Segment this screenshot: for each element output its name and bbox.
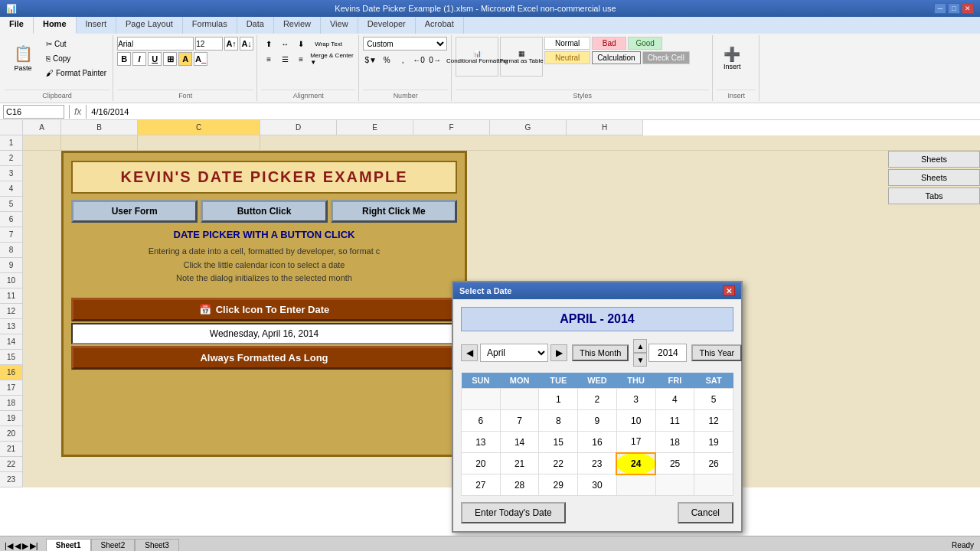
bold-button[interactable]: B	[117, 52, 131, 66]
calendar-day-cell[interactable]: 15	[539, 432, 578, 453]
col-header-g[interactable]: G	[490, 120, 567, 135]
currency-button[interactable]: $▼	[363, 53, 378, 67]
calendar-day-cell[interactable]: 12	[694, 410, 733, 432]
sheets-button-1[interactable]: Sheets	[888, 151, 980, 168]
merge-cells-button[interactable]: Merge & Center ▼	[309, 52, 355, 66]
number-format-select[interactable]: Custom General Number Currency Date	[363, 37, 447, 51]
year-up-button[interactable]: ▲	[633, 339, 647, 353]
calendar-day-cell[interactable]: 14	[500, 432, 539, 453]
insert-button[interactable]: ➕ Insert	[717, 37, 747, 80]
calendar-day-cell[interactable]: 9	[578, 410, 617, 432]
tab-review[interactable]: Review	[274, 17, 321, 34]
calendar-day-cell[interactable]: 4	[655, 389, 694, 410]
calendar-day-cell[interactable]: 29	[539, 474, 578, 496]
cancel-button[interactable]: Cancel	[678, 502, 733, 523]
calendar-day-cell[interactable]: 6	[462, 410, 501, 432]
tab-view[interactable]: View	[321, 17, 358, 34]
calendar-day-cell[interactable]: 30	[578, 474, 617, 496]
calendar-day-cell[interactable]: 19	[694, 432, 733, 453]
tabs-button[interactable]: Tabs	[888, 187, 980, 204]
calendar-day-cell[interactable]: 23	[578, 453, 617, 474]
calendar-day-cell[interactable]: 22	[539, 453, 578, 474]
row-15[interactable]: 15	[0, 350, 23, 365]
sheet-nav-first[interactable]: |◀	[5, 541, 13, 551]
fill-color-button[interactable]: A	[178, 52, 192, 66]
row-11[interactable]: 11	[0, 289, 23, 304]
close-button[interactable]: ✕	[962, 3, 974, 14]
name-box[interactable]	[3, 105, 64, 119]
calendar-day-cell[interactable]: 17	[616, 432, 655, 453]
row-19[interactable]: 19	[0, 411, 23, 426]
date-input-field[interactable]: Wednesday, April 16, 2014	[71, 323, 457, 344]
align-right-button[interactable]: ≡	[293, 52, 309, 66]
calendar-day-cell[interactable]: 10	[616, 410, 655, 432]
next-month-button[interactable]: ▶	[550, 344, 567, 361]
italic-button[interactable]: I	[132, 52, 146, 66]
row-22[interactable]: 22	[0, 457, 23, 472]
calendar-day-cell[interactable]: 5	[694, 389, 733, 410]
border-button[interactable]: ⊞	[163, 52, 177, 66]
row-4[interactable]: 4	[0, 181, 23, 197]
align-bottom-button[interactable]: ⬇	[293, 37, 309, 51]
tab-acrobat[interactable]: Acrobat	[416, 17, 464, 34]
calendar-day-cell[interactable]: 21	[500, 453, 539, 474]
tab-data[interactable]: Data	[237, 17, 274, 34]
calendar-day-cell[interactable]: 16	[578, 432, 617, 453]
this-year-button[interactable]: This Year	[691, 344, 742, 361]
sheet-tab-sheet1[interactable]: Sheet1	[46, 539, 91, 551]
format-painter-button[interactable]: 🖌 Format Painter	[43, 66, 109, 80]
increase-decimal-button[interactable]: 0→	[427, 53, 443, 67]
sheet-nav-next[interactable]: ▶	[22, 541, 28, 551]
paste-button[interactable]: 📋 Paste	[5, 37, 41, 80]
style-good-button[interactable]: Good	[628, 37, 662, 50]
calendar-day-cell[interactable]: 7	[500, 410, 539, 432]
row-6[interactable]: 6	[0, 212, 23, 227]
this-month-button[interactable]: This Month	[572, 344, 629, 361]
style-check-cell-button[interactable]: Check Cell	[642, 51, 690, 64]
row-16[interactable]: 16	[0, 365, 23, 380]
row-23[interactable]: 23	[0, 472, 23, 487]
row-3[interactable]: 3	[0, 166, 23, 181]
tab-home[interactable]: Home	[34, 17, 77, 34]
font-name-input[interactable]	[117, 37, 194, 51]
always-formatted-label[interactable]: Always Formatted As Long	[71, 346, 457, 370]
tab-formulas[interactable]: Formulas	[183, 17, 237, 34]
tab-insert[interactable]: Insert	[77, 17, 117, 34]
row-7[interactable]: 7	[0, 227, 23, 243]
sheet-nav-last[interactable]: ▶|	[30, 541, 38, 551]
button-click-button[interactable]: Button Click	[201, 200, 327, 223]
row-20[interactable]: 20	[0, 426, 23, 442]
calendar-day-cell[interactable]: 24	[616, 453, 655, 474]
underline-button[interactable]: U	[148, 52, 162, 66]
row-14[interactable]: 14	[0, 334, 23, 350]
align-middle-button[interactable]: ↔	[277, 37, 292, 51]
maximize-button[interactable]: □	[948, 3, 960, 14]
row-1[interactable]: 1	[0, 135, 23, 151]
decrease-decimal-button[interactable]: ←0	[411, 53, 426, 67]
row-17[interactable]: 17	[0, 380, 23, 396]
tab-page-layout[interactable]: Page Layout	[116, 17, 183, 34]
row-5[interactable]: 5	[0, 197, 23, 212]
col-header-d[interactable]: D	[260, 120, 337, 135]
col-header-a[interactable]: A	[23, 120, 61, 135]
conditional-formatting-button[interactable]: 📊 Conditional Formatting	[456, 37, 498, 77]
align-top-button[interactable]: ⬆	[261, 37, 276, 51]
tab-developer[interactable]: Developer	[358, 17, 416, 34]
year-down-button[interactable]: ▼	[633, 353, 647, 367]
row-13[interactable]: 13	[0, 319, 23, 334]
col-header-e[interactable]: E	[337, 120, 413, 135]
row-18[interactable]: 18	[0, 396, 23, 411]
font-size-input[interactable]	[195, 37, 223, 51]
calendar-day-cell[interactable]: 26	[694, 453, 733, 474]
align-left-button[interactable]: ≡	[261, 52, 276, 66]
click-icon-button[interactable]: 📅 Click Icon To Enter Date	[71, 298, 457, 321]
calendar-day-cell[interactable]: 2	[578, 389, 617, 410]
col-header-f[interactable]: F	[413, 120, 490, 135]
decrease-font-button[interactable]: A↓	[240, 37, 253, 51]
row-12[interactable]: 12	[0, 304, 23, 319]
row-21[interactable]: 21	[0, 442, 23, 457]
font-color-button[interactable]: A_	[194, 52, 207, 66]
format-as-table-button[interactable]: ▦ Format as Table	[500, 37, 543, 77]
sheet-tab-sheet2[interactable]: Sheet2	[91, 539, 136, 551]
sheet-tab-sheet3[interactable]: Sheet3	[135, 539, 179, 551]
